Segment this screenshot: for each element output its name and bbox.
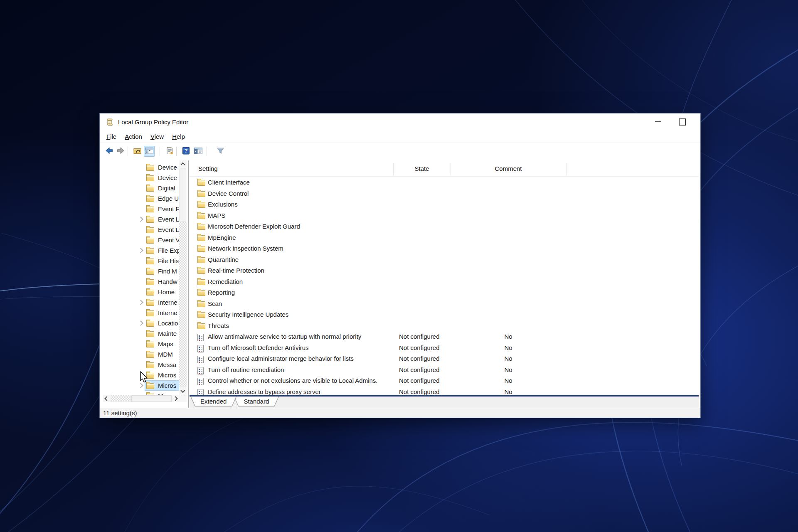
tree-item[interactable]: Event L <box>103 224 179 235</box>
tree-item[interactable]: Digital <box>103 183 179 193</box>
list-row-setting[interactable]: Turn off routine remediationNot configur… <box>190 365 699 376</box>
tree-vertical-scrollbar[interactable] <box>179 160 187 395</box>
list-row-folder[interactable]: MAPS <box>190 210 699 222</box>
column-separator[interactable] <box>566 163 566 175</box>
vertical-scroll-track[interactable] <box>179 222 187 387</box>
tree-item[interactable]: Find M <box>103 266 179 276</box>
tree-item[interactable]: File Exp <box>103 245 179 256</box>
horizontal-scroll-thumb[interactable] <box>131 395 172 402</box>
tree-item[interactable]: Home <box>103 287 179 297</box>
menu-item-view[interactable]: View <box>146 131 168 143</box>
tree-item[interactable]: Interne <box>103 308 179 318</box>
column-header-comment[interactable]: Comment <box>451 162 566 175</box>
list-row-folder[interactable]: Client Interface <box>190 177 699 188</box>
setting-name: Configure local administrator merge beha… <box>208 353 354 365</box>
folder-icon <box>197 290 205 296</box>
setting-icon <box>197 367 204 374</box>
list-row-setting[interactable]: Define addresses to bypass proxy serverN… <box>190 387 699 396</box>
mouse-cursor <box>140 371 150 386</box>
folder-icon <box>146 310 154 316</box>
chevron-right-icon[interactable] <box>138 217 143 222</box>
list-row-folder[interactable]: MpEngine <box>190 232 699 244</box>
tree-item[interactable]: Device <box>103 172 179 183</box>
tree-item[interactable]: Edge U <box>103 193 179 204</box>
list-row-setting[interactable]: Allow antimalware service to startup wit… <box>190 331 699 342</box>
chevron-right-icon[interactable] <box>138 248 143 253</box>
window-pane-button[interactable] <box>193 146 204 157</box>
tree-item[interactable]: Maps <box>103 339 179 349</box>
tree-item[interactable]: Locatio <box>103 318 179 328</box>
tree-item-label: Event F <box>158 204 179 214</box>
scroll-down-button[interactable] <box>179 387 187 395</box>
setting-name: Device Control <box>208 188 249 200</box>
tree-item[interactable]: MDM <box>103 349 179 360</box>
column-separator[interactable] <box>451 163 451 175</box>
window-pane-icon <box>194 146 203 156</box>
tree-item[interactable]: Device <box>103 162 179 172</box>
column-header-setting[interactable]: Setting <box>198 162 218 175</box>
export-list-icon <box>165 146 174 156</box>
tree-item[interactable]: File His <box>103 256 179 266</box>
setting-name: Turn off Microsoft Defender Antivirus <box>208 342 309 354</box>
console-tree-button[interactable] <box>144 146 155 157</box>
menu-item-help[interactable]: Help <box>168 131 189 143</box>
folder-icon <box>146 290 154 296</box>
tree-horizontal-scrollbar[interactable] <box>103 395 179 402</box>
list-row-folder[interactable]: Device Control <box>190 188 699 200</box>
help-button[interactable]: ? <box>180 146 191 157</box>
list-row-folder[interactable]: Exclusions <box>190 199 699 210</box>
chevron-right-icon[interactable] <box>138 320 143 326</box>
tree-item-label: MDM <box>158 349 173 360</box>
folder-icon <box>197 180 205 186</box>
list-row-folder[interactable]: Real-time Protection <box>190 265 699 276</box>
tree-item-body: Handw <box>145 276 179 287</box>
list-row-folder[interactable]: Microsoft Defender Exploit Guard <box>190 221 699 232</box>
comment-value: No <box>451 342 566 354</box>
tree-item-label: Maps <box>158 339 173 349</box>
list-row-folder[interactable]: Threats <box>190 320 699 332</box>
scroll-up-button[interactable] <box>179 160 187 168</box>
tree-item[interactable]: Event V <box>103 235 179 245</box>
tree-item-body: Find M <box>145 266 179 276</box>
scroll-right-button[interactable] <box>172 395 179 402</box>
list-row-folder[interactable]: Quarantine <box>190 254 699 266</box>
list-row-folder[interactable]: Security Intelligence Updates <box>190 309 699 320</box>
minimize-button[interactable] <box>648 113 668 130</box>
tab-standard[interactable]: Standard <box>234 397 279 406</box>
tree-item[interactable]: Event F <box>103 204 179 214</box>
forward-button[interactable] <box>115 146 126 157</box>
tree-item-body: File His <box>145 256 179 266</box>
list-row-setting[interactable]: Control whether or not exclusions are vi… <box>190 375 699 387</box>
chevron-right-icon[interactable] <box>138 300 143 305</box>
tree-item-body: Device <box>145 172 179 183</box>
tree-item[interactable]: Event L <box>103 214 179 224</box>
tree-item[interactable]: Mainte <box>103 328 179 339</box>
list-row-setting[interactable]: Configure local administrator merge beha… <box>190 353 699 365</box>
column-header-state[interactable]: State <box>393 162 451 175</box>
column-separator[interactable] <box>393 163 394 175</box>
tree-item[interactable]: Handw <box>103 276 179 287</box>
tab-extended-active[interactable]: Extended <box>190 397 236 406</box>
list-row-setting[interactable]: Turn off Microsoft Defender AntivirusNot… <box>190 342 699 354</box>
list-row-folder[interactable]: Scan <box>190 298 699 310</box>
horizontal-scroll-track[interactable] <box>111 395 131 402</box>
list-row-folder[interactable]: Network Inspection System <box>190 243 699 254</box>
tree-item-label: Mainte <box>158 328 177 339</box>
maximize-button[interactable] <box>672 113 692 130</box>
tree-item[interactable]: Mi <box>103 391 179 395</box>
export-list-button[interactable] <box>164 146 175 157</box>
vertical-scroll-thumb[interactable] <box>180 168 186 222</box>
list-row-folder[interactable]: Remediation <box>190 276 699 288</box>
scroll-left-button[interactable] <box>103 395 111 402</box>
filter-button[interactable] <box>215 146 226 157</box>
up-folder-button[interactable] <box>132 146 143 157</box>
list-row-folder[interactable]: Reporting <box>190 287 699 298</box>
menu-item-action[interactable]: Action <box>121 131 146 143</box>
menu-item-file[interactable]: File <box>102 131 121 143</box>
back-button[interactable] <box>103 146 114 157</box>
menu-bar: FileActionViewHelp <box>100 131 700 143</box>
tree-item[interactable]: Interne <box>103 297 179 308</box>
setting-name: Turn off routine remediation <box>208 365 284 376</box>
tree-item-label: Micros <box>158 380 176 391</box>
tree-item[interactable]: Messa <box>103 360 179 370</box>
